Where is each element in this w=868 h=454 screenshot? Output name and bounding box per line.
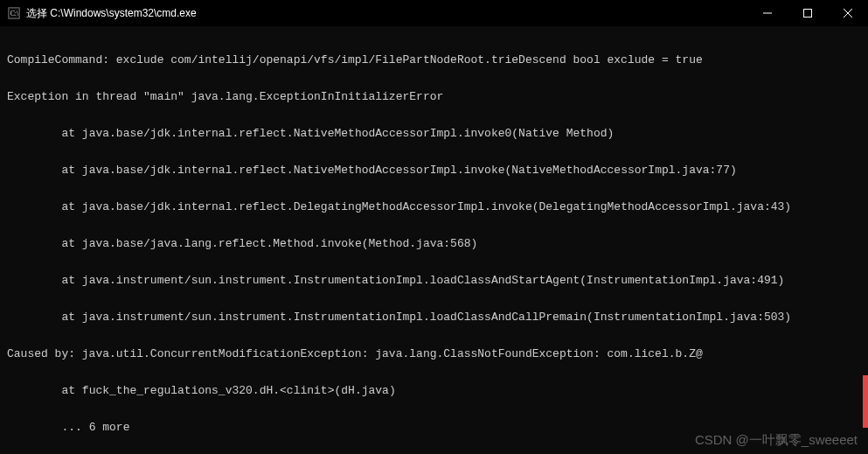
output-line: at java.instrument/sun.instrument.Instru… bbox=[7, 311, 861, 324]
terminal-output[interactable]: CompileCommand: exclude com/intellij/ope… bbox=[0, 26, 868, 454]
output-line: at java.instrument/sun.instrument.Instru… bbox=[7, 275, 861, 287]
close-button[interactable] bbox=[828, 0, 868, 26]
output-line: Exception in thread "main" java.lang.Exc… bbox=[7, 91, 861, 103]
output-line: at java.base/jdk.internal.reflect.Native… bbox=[7, 164, 861, 177]
window-title: 选择 C:\Windows\system32\cmd.exe bbox=[26, 6, 747, 21]
output-line: CompileCommand: exclude com/intellij/ope… bbox=[7, 54, 861, 66]
svg-rect-3 bbox=[804, 10, 812, 17]
window-titlebar: C:\ 选择 C:\Windows\system32\cmd.exe bbox=[0, 0, 868, 26]
window-controls bbox=[747, 0, 868, 26]
output-line: at java.base/java.lang.reflect.Method.in… bbox=[7, 238, 861, 250]
side-marker bbox=[863, 375, 868, 428]
cmd-icon: C:\ bbox=[7, 6, 21, 20]
svg-text:C:\: C:\ bbox=[10, 10, 19, 17]
output-line: ... 6 more bbox=[7, 422, 861, 434]
output-line: Caused by: java.util.ConcurrentModificat… bbox=[7, 348, 861, 360]
output-line: at java.base/jdk.internal.reflect.Native… bbox=[7, 128, 861, 140]
maximize-button[interactable] bbox=[788, 0, 828, 26]
output-line: at fuck_the_regulations_v320.dH.<clinit>… bbox=[7, 385, 861, 397]
output-line: at java.base/jdk.internal.reflect.Delega… bbox=[7, 201, 861, 213]
minimize-button[interactable] bbox=[747, 0, 788, 26]
